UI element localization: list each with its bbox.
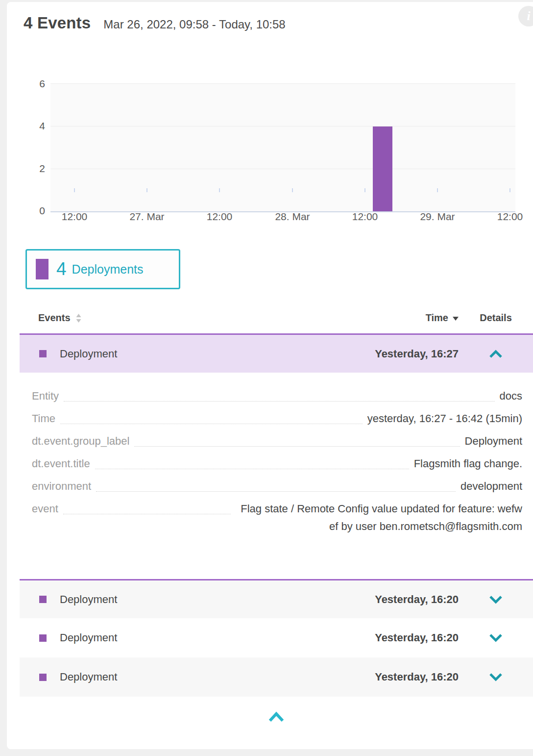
legend-label: Deployments [72,262,144,277]
detail-value: Deployment [465,432,522,450]
events-chart: 6 4 2 0 12:00 27. Mar 12:00 28. Mar 12:0… [7,61,533,232]
x-axis-tickmark [146,188,147,192]
event-time: Yesterday, 16:20 [346,631,459,644]
dotted-leader [134,432,460,447]
column-header-time[interactable]: Time [346,312,459,324]
timeframe-label: Mar 26, 2022, 09:58 - Today, 10:58 [103,18,285,31]
detail-value: Flagsmith flag change. [414,455,522,473]
x-axis-tickmark [292,188,293,192]
event-time: Yesterday, 16:27 [346,348,459,360]
dotted-leader [96,478,456,492]
details-header-label: Details [480,312,512,324]
chevron-down-icon[interactable] [488,672,504,682]
x-axis-tickmark [74,188,75,192]
legend-swatch [36,259,48,279]
x-axis-tick: 12:00 [207,211,233,223]
x-axis-tickmark [364,188,365,192]
chart-bar[interactable] [373,126,392,211]
legend-count: 4 [56,259,67,279]
event-type-label: Deployment [60,593,117,606]
gridline [50,126,515,126]
table-header: Events Time Details [20,302,533,333]
y-axis-tick: 0 [26,205,45,216]
detail-label: event [32,500,58,518]
x-axis-tick: 12:00 [62,211,88,223]
chart-plot-area [50,83,515,211]
y-axis-tick: 2 [26,163,45,174]
sort-icon [75,314,82,323]
detail-row: dt.event.group_label Deployment [32,432,522,450]
detail-row: Entity docs [32,387,522,405]
table-row[interactable]: Deployment Yesterday, 16:20 [20,657,533,697]
dotted-leader [64,387,494,402]
gridline [50,169,515,169]
events-panel: 4 Events Mar 26, 2022, 09:58 - Today, 10… [7,2,533,749]
chevron-down-icon[interactable] [488,595,504,605]
x-axis-tick: 12:00 [497,211,523,223]
x-axis-tick: 29. Mar [420,211,455,223]
detail-row: event Flag state / Remote Config value u… [32,500,522,535]
dotted-leader [63,500,231,514]
detail-row: Time yesterday, 16:27 - 16:42 (15min) [32,410,522,428]
column-header-details: Details [459,312,533,324]
detail-label: dt.event.group_label [32,432,129,450]
x-axis-tickmark [509,188,510,192]
x-axis-tick: 12:00 [352,211,378,223]
event-bullet-icon [39,596,47,603]
caret-down-icon [453,317,459,321]
collapse-list-button[interactable] [262,709,291,727]
detail-value: yesterday, 16:27 - 16:42 (15min) [367,410,522,428]
events-header-label: Events [38,312,71,324]
detail-label: Time [32,410,55,428]
table-footer [20,697,533,749]
detail-value: docs [500,387,522,405]
event-type-label: Deployment [60,348,117,360]
detail-row: dt.event.title Flagsmith flag change. [32,455,522,473]
y-axis-tick: 6 [26,78,45,89]
chevron-up-icon[interactable] [488,349,504,359]
event-bullet-icon [39,634,47,642]
table-row[interactable]: Deployment Yesterday, 16:20 [20,618,533,657]
info-icon[interactable]: i [518,6,533,26]
event-details-panel: Entity docs Time yesterday, 16:27 - 16:4… [20,373,533,579]
events-table: Events Time Details Deployment Yesterday… [20,302,533,749]
panel-header: 4 Events Mar 26, 2022, 09:58 - Today, 10… [24,14,286,32]
detail-row: environment development [32,478,522,495]
chevron-down-icon[interactable] [488,633,504,643]
table-row[interactable]: Deployment Yesterday, 16:27 [20,333,533,373]
time-header-label: Time [426,312,448,324]
event-type-label: Deployment [60,671,117,683]
x-axis-tickmark [437,188,438,192]
event-type-label: Deployment [60,631,117,644]
legend-deployments[interactable]: 4 Deployments [25,249,180,289]
x-axis-tick: 28. Mar [275,211,310,223]
column-header-events[interactable]: Events [38,312,82,324]
detail-label: environment [32,478,91,495]
event-bullet-icon [39,350,47,357]
table-row[interactable]: Deployment Yesterday, 16:20 [20,579,533,618]
page-title: 4 Events [24,14,91,32]
x-axis-tick: 27. Mar [129,211,164,223]
x-axis-tickmark [219,188,220,192]
detail-value: development [460,478,522,495]
event-time: Yesterday, 16:20 [346,671,459,683]
event-time: Yesterday, 16:20 [346,593,459,606]
chevron-up-icon [267,711,286,723]
detail-value: Flag state / Remote Config value updated… [236,500,522,535]
y-axis-tick: 4 [26,121,45,131]
detail-label: dt.event.title [32,455,90,473]
event-bullet-icon [39,674,47,681]
dotted-leader [60,410,363,424]
detail-label: Entity [32,387,59,405]
dotted-leader [95,455,409,469]
